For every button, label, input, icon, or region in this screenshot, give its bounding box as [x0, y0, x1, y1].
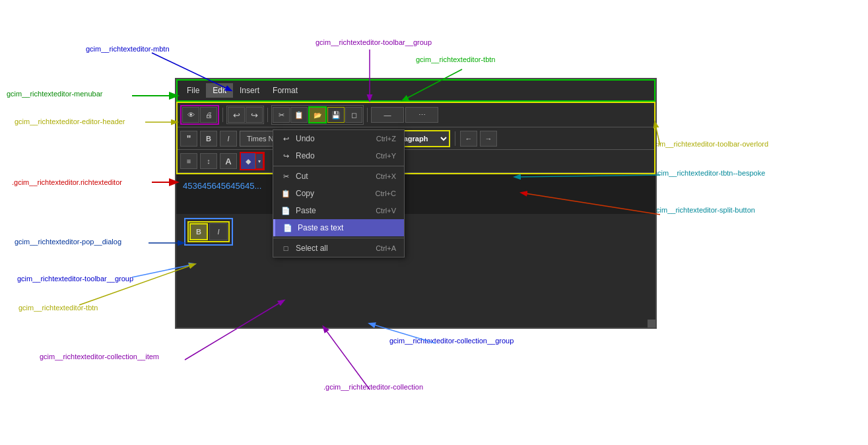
menu-file[interactable]: File [180, 83, 206, 98]
undo-label: Undo [296, 134, 315, 143]
select-all-icon: □ [281, 244, 290, 253]
cut-label: Cut [296, 172, 308, 181]
ann-toolbar-group-bottom-label: gcim__richtexteditor-toolbar__group [17, 275, 133, 283]
pop-dialog-toolbar-group: B I [187, 221, 230, 242]
paste-label: Paste [296, 206, 316, 215]
tbtn-indent-decrease[interactable]: ← [460, 131, 477, 147]
context-menu-select-all[interactable]: □ Select all Ctrl+A [273, 240, 404, 257]
cut-shortcut: Ctrl+X [376, 172, 396, 180]
toolbar-row3: ≡ ↕ A ◆ ▾ [178, 150, 654, 173]
ann-menubar-label: gcim__richtexteditor-menubar [7, 90, 103, 98]
tbtn-save[interactable]: 💾 [327, 107, 345, 123]
ann-toolbar-overlord-label: gcim__richtexteditor-toolbar-overlord [650, 140, 768, 148]
tbtn-italic[interactable]: I [220, 131, 237, 147]
tbtn-align[interactable]: ≡ [180, 153, 197, 169]
ann-editor-header-label: gcim__richtexteditor-editor-header [15, 118, 125, 125]
editor-text: 453645645645645... [183, 181, 261, 191]
ann-collection-group-label: gcim__richtexteditor-collection__group [389, 337, 514, 345]
toolbar-group-top: 👁 🖨 [180, 105, 219, 125]
tbtn-indent-increase[interactable]: → [480, 131, 497, 147]
separator2 [267, 108, 268, 122]
pop-dialog-italic[interactable]: I [209, 223, 228, 240]
paste-icon: 📄 [281, 206, 290, 215]
tbtn-print[interactable]: 🖨 [200, 107, 217, 123]
context-menu-copy[interactable]: 📋 Copy Ctrl+C [273, 185, 404, 202]
editor-content-area[interactable]: 453645645645645... [176, 174, 655, 214]
split-btn-arrow[interactable]: ▾ [255, 153, 263, 169]
menu-format[interactable]: Format [266, 83, 304, 98]
tbtn-ellipsis[interactable]: ⋯ [405, 107, 438, 123]
richtexteditor: File Edit Insert Format 👁 🖨 ↩ ↪ ✂ 📋 [175, 78, 657, 329]
paste-shortcut: Ctrl+V [376, 207, 396, 215]
copy-label: Copy [296, 189, 314, 198]
separator3 [367, 108, 368, 122]
tbtn-font-color-a[interactable]: A [220, 153, 237, 169]
toolbar-row2: " B I Times New R... Paragraph Paragraph… [178, 127, 654, 150]
undo-icon: ↩ [281, 134, 290, 143]
tbtn-bold[interactable]: B [200, 131, 217, 147]
menu-insert[interactable]: Insert [233, 83, 266, 98]
tbtn-linespacing[interactable]: ↕ [200, 153, 217, 169]
split-button: ◆ ▾ [240, 152, 265, 170]
ann-collection-label: .gcim__richtexteditor-collection [323, 383, 423, 391]
tbtn-quote[interactable]: " [180, 131, 197, 147]
split-btn-main[interactable]: ◆ [241, 153, 255, 169]
select-all-shortcut: Ctrl+A [376, 244, 396, 252]
ann-richtexteditor-label: .gcim__richtexteditor.richtexteditor [12, 178, 122, 186]
separator1 [222, 108, 223, 122]
copy-icon: 📋 [281, 189, 290, 198]
paste-text-icon: 📄 [283, 223, 292, 232]
editor-header: 👁 🖨 ↩ ↪ ✂ 📋 📂 💾 ◻ — ⋯ [176, 102, 655, 174]
context-menu-undo[interactable]: ↩ Undo Ctrl+Z [273, 130, 404, 147]
select-all-label: Select all [296, 244, 328, 253]
tbtn-undo[interactable]: ↩ [228, 107, 245, 123]
context-menu: ↩ Undo Ctrl+Z ↪ Redo Ctrl+Y ✂ Cut Ctrl+X… [273, 129, 405, 257]
context-menu-paste[interactable]: 📄 Paste Ctrl+V [273, 202, 404, 219]
tbtn-copy[interactable]: 📋 [290, 107, 308, 123]
ann-toolbar-group-top-label: gcim__richtexteditor-toolbar__group [316, 38, 432, 46]
ann-collection-item-label: gcim__richtexteditor-collection__item [40, 353, 159, 360]
paste-text-label: Paste as text [298, 223, 343, 232]
redo-icon: ↪ [281, 151, 290, 160]
toolbar-row1: 👁 🖨 ↩ ↪ ✂ 📋 📂 💾 ◻ — ⋯ [178, 103, 654, 127]
ann-tbtn-bespoke-label: gcim__richtexteditor-tbtn--bespoke [653, 169, 765, 177]
pop-dialog-bold[interactable]: B [189, 223, 208, 240]
tbtn-dash[interactable]: — [371, 107, 404, 123]
ann-pop-dialog-label: gcim__richtexteditor-pop__dialog [15, 238, 121, 246]
context-menu-redo[interactable]: ↪ Redo Ctrl+Y [273, 147, 404, 164]
tbtn-paste-highlighted[interactable]: 📂 [308, 106, 327, 123]
resize-handle[interactable] [648, 320, 655, 327]
menubar: File Edit Insert Format [176, 79, 655, 102]
tbtn-preview[interactable]: 👁 [182, 107, 199, 123]
separator5 [455, 131, 455, 146]
menu-separator-2 [273, 238, 404, 238]
tbtn-square[interactable]: ◻ [345, 107, 362, 123]
context-menu-cut[interactable]: ✂ Cut Ctrl+X [273, 168, 404, 185]
undo-shortcut: Ctrl+Z [376, 135, 396, 143]
copy-shortcut: Ctrl+C [376, 189, 396, 197]
ann-tbtn-top-label: gcim__richtexteditor-tbtn [416, 55, 495, 63]
redo-shortcut: Ctrl+Y [376, 152, 396, 160]
redo-label: Redo [296, 151, 315, 160]
ann-tbtn-bottom-label: gcim__richtexteditor-tbtn [18, 304, 98, 312]
toolbar-group-clipboard: ✂ 📋 📂 💾 ◻ [271, 105, 364, 125]
tbtn-redo[interactable]: ↪ [246, 107, 263, 123]
cut-icon: ✂ [281, 172, 290, 181]
context-menu-paste-text[interactable]: 📄 Paste as text [273, 219, 404, 236]
pop-dialog: B I [184, 218, 233, 246]
toolbar-group-undoredo: ↩ ↪ [226, 106, 264, 124]
ann-mbtn-label: gcim__richtexteditor-mbtn [86, 45, 170, 53]
menu-separator-1 [273, 166, 404, 166]
ann-split-button-label: gcim__richtexteditor-split-button [652, 206, 755, 214]
menu-edit[interactable]: Edit [206, 83, 233, 98]
tbtn-cut[interactable]: ✂ [273, 107, 290, 123]
